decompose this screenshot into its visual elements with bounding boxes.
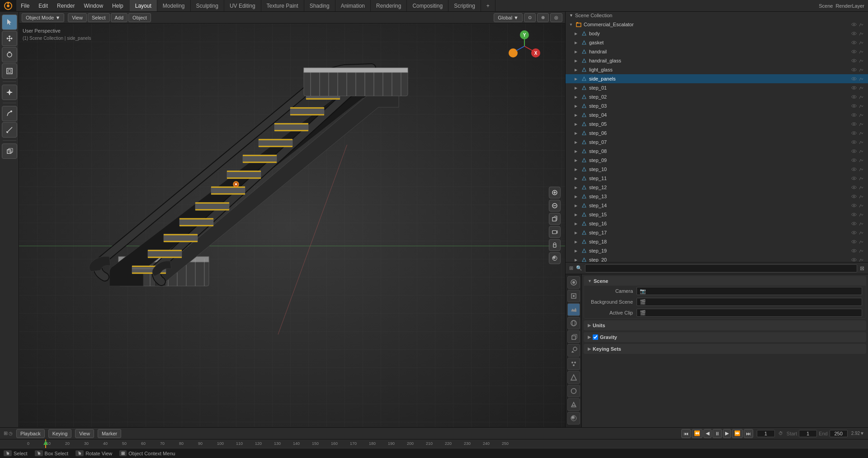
outliner-item-handrail_glass[interactable]: ▶handrail_glass xyxy=(566,56,868,65)
visibility-icon-handrail[interactable] xyxy=(851,48,857,55)
visibility-icon-step_18[interactable] xyxy=(851,239,857,245)
outliner-item-step_15[interactable]: ▶step_15 xyxy=(566,210,868,219)
visibility-icon-step_15[interactable] xyxy=(851,211,857,218)
tab-shading[interactable]: Shading xyxy=(304,0,335,11)
select-icon-step_19[interactable] xyxy=(858,248,864,254)
outliner-item-step_19[interactable]: ▶step_19 xyxy=(566,246,868,255)
prop-tab-data[interactable] xyxy=(567,398,580,411)
current-frame-display[interactable]: 1 xyxy=(757,430,775,437)
item-expand-step_03[interactable]: ▶ xyxy=(575,104,579,108)
item-expand-step_01[interactable]: ▶ xyxy=(575,86,579,90)
background-scene-value[interactable]: 🎬 xyxy=(637,298,862,306)
tab-rendering[interactable]: Rendering xyxy=(371,0,407,11)
prop-tab-world[interactable] xyxy=(567,317,580,329)
item-expand-step_14[interactable]: ▶ xyxy=(575,204,579,208)
view-menu-tl[interactable]: View xyxy=(75,429,94,438)
item-expand-handrail[interactable]: ▶ xyxy=(575,50,579,54)
outliner-item-step_04[interactable]: ▶step_04 xyxy=(566,110,868,119)
outliner-item-step_06[interactable]: ▶step_06 xyxy=(566,129,868,138)
item-expand-step_09[interactable]: ▶ xyxy=(575,158,579,162)
item-expand-Commercial_Escalator[interactable]: ▼ xyxy=(569,23,574,27)
visibility-icon-step_12[interactable] xyxy=(851,184,857,191)
select-icon-handrail_glass[interactable] xyxy=(858,57,864,64)
scene-name[interactable]: Scene xyxy=(819,3,833,9)
outliner-item-step_11[interactable]: ▶step_11 xyxy=(566,174,868,183)
item-expand-step_19[interactable]: ▶ xyxy=(575,249,579,253)
select-icon-step_09[interactable] xyxy=(858,157,864,163)
gravity-checkbox[interactable] xyxy=(593,334,598,340)
prop-tab-material[interactable] xyxy=(567,412,580,425)
outliner-item-step_14[interactable]: ▶step_14 xyxy=(566,201,868,210)
global-dropdown[interactable]: Global ▼ xyxy=(494,13,523,22)
visibility-icon-step_10[interactable] xyxy=(851,166,857,172)
visibility-icon-step_19[interactable] xyxy=(851,248,857,254)
tab-modeling[interactable]: Modeling xyxy=(157,0,191,11)
zoom-in-btn[interactable] xyxy=(549,187,561,199)
item-expand-step_15[interactable]: ▶ xyxy=(575,213,579,217)
outliner-item-side_panels[interactable]: ▶side_panels xyxy=(566,74,868,83)
select-icon-step_05[interactable] xyxy=(858,121,864,127)
outliner-item-step_02[interactable]: ▶step_02 xyxy=(566,92,868,101)
item-expand-body[interactable]: ▶ xyxy=(575,32,579,36)
item-expand-step_05[interactable]: ▶ xyxy=(575,122,579,126)
properties-search-icon[interactable]: 🔍 xyxy=(576,265,582,271)
viewport-gizmo[interactable]: Y X xyxy=(506,28,542,64)
visibility-icon-step_20[interactable] xyxy=(851,257,857,262)
prop-tab-modifiers[interactable] xyxy=(567,344,580,357)
item-expand-gasket[interactable]: ▶ xyxy=(575,41,579,45)
select-icon-step_15[interactable] xyxy=(858,211,864,218)
visibility-icon-step_13[interactable] xyxy=(851,193,857,200)
select-icon-step_16[interactable] xyxy=(858,220,864,227)
item-expand-step_04[interactable]: ▶ xyxy=(575,113,579,117)
select-icon-step_06[interactable] xyxy=(858,130,864,136)
select-icon-step_13[interactable] xyxy=(858,193,864,200)
select-icon-step_02[interactable] xyxy=(858,94,864,100)
item-expand-light_glass[interactable]: ▶ xyxy=(575,68,579,72)
prop-tab-object[interactable] xyxy=(567,330,580,343)
jump-end-btn[interactable]: ⏭ xyxy=(744,429,753,438)
select-icon-step_01[interactable] xyxy=(858,85,864,91)
properties-options-icon[interactable]: ⊠ xyxy=(860,265,864,272)
prop-tab-render[interactable] xyxy=(567,276,580,289)
keying-menu[interactable]: Keying xyxy=(48,429,72,438)
menu-help[interactable]: Help xyxy=(108,0,128,11)
outliner-item-body[interactable]: ▶body xyxy=(566,29,868,38)
outliner-item-step_13[interactable]: ▶step_13 xyxy=(566,192,868,201)
select-menu[interactable]: Select xyxy=(88,13,110,22)
item-expand-handrail_glass[interactable]: ▶ xyxy=(575,59,579,63)
pivot-dropdown[interactable]: ⊙ xyxy=(524,13,536,22)
menu-render[interactable]: Render xyxy=(52,0,79,11)
end-frame-input[interactable]: 250 xyxy=(830,430,848,437)
select-icon-step_12[interactable] xyxy=(858,184,864,191)
outliner-content[interactable]: ▼Commercial_Escalator▶body▶gasket▶handra… xyxy=(566,19,868,262)
outliner-item-step_05[interactable]: ▶step_05 xyxy=(566,119,868,129)
item-expand-step_20[interactable]: ▶ xyxy=(575,258,579,262)
tab-compositing[interactable]: Compositing xyxy=(407,0,448,11)
lock-view-btn[interactable] xyxy=(549,239,561,251)
units-section-header[interactable]: ▶ Units xyxy=(584,321,866,330)
object-mode-dropdown[interactable]: Object Mode ▼ xyxy=(22,13,64,22)
outliner-item-step_03[interactable]: ▶step_03 xyxy=(566,101,868,110)
jump-start-btn[interactable]: ⏮ xyxy=(681,429,691,438)
visibility-icon-step_01[interactable] xyxy=(851,85,857,91)
scale-tool[interactable] xyxy=(2,63,17,79)
outliner-item-Commercial_Escalator[interactable]: ▼Commercial_Escalator xyxy=(566,20,868,29)
viewport-shading-btn[interactable] xyxy=(549,253,561,264)
snap-toggle[interactable]: ⊕ xyxy=(537,13,549,22)
step-back-btn[interactable]: ⏪ xyxy=(692,429,703,438)
outliner-item-handrail[interactable]: ▶handrail xyxy=(566,47,868,56)
transform-tool[interactable] xyxy=(2,85,17,100)
visibility-icon-Commercial_Escalator[interactable] xyxy=(851,21,857,28)
keying-sets-section-header[interactable]: ▶ Keying Sets xyxy=(584,344,866,353)
properties-search-input[interactable] xyxy=(585,264,857,272)
rotate-tool[interactable] xyxy=(2,47,17,62)
add-menu[interactable]: Add xyxy=(111,13,128,22)
item-expand-step_13[interactable]: ▶ xyxy=(575,195,579,199)
select-icon-Commercial_Escalator[interactable] xyxy=(858,21,864,28)
visibility-icon-step_08[interactable] xyxy=(851,148,857,154)
ortho-perspective-btn[interactable] xyxy=(549,213,561,225)
measure-tool[interactable] xyxy=(2,122,17,138)
playback-menu[interactable]: Playback xyxy=(16,429,45,438)
prop-tab-output[interactable] xyxy=(567,290,580,302)
start-frame-input[interactable]: 1 xyxy=(799,430,817,437)
